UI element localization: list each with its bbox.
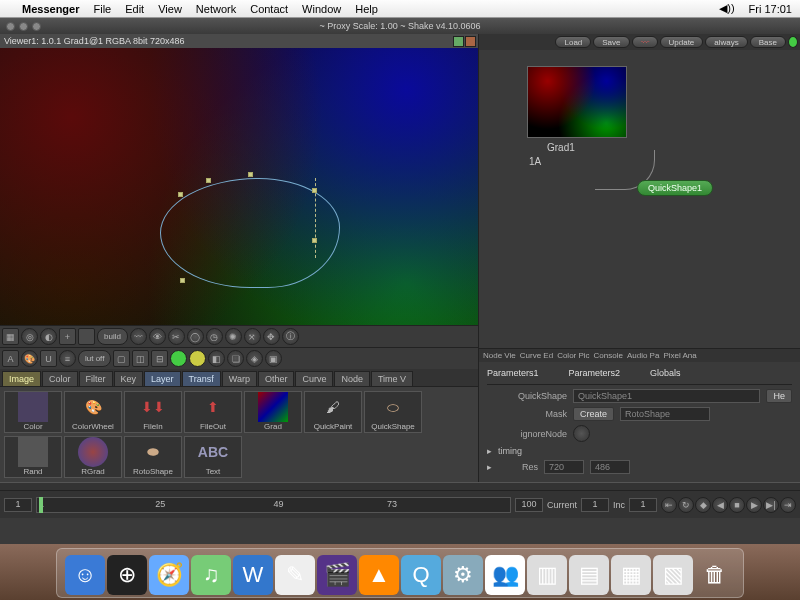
playhead[interactable] [39, 497, 43, 513]
palette-text[interactable]: ABCText [184, 436, 242, 478]
home-icon[interactable]: ⇤ [661, 497, 677, 513]
palette-rotoshape[interactable]: ⬬RotoShape [124, 436, 182, 478]
tab-other[interactable]: Other [258, 371, 295, 386]
tab-key[interactable]: Key [114, 371, 144, 386]
tab-console[interactable]: Console [594, 351, 623, 360]
control-point[interactable] [178, 192, 183, 197]
palette-rand[interactable]: Rand [4, 436, 62, 478]
palette-quickpaint[interactable]: 🖌QuickPaint [304, 391, 362, 433]
tab-parameters2[interactable]: Parameters2 [569, 368, 621, 378]
bounds-icon[interactable]: ▢ [113, 350, 130, 367]
ignorenode-toggle[interactable] [573, 425, 590, 442]
box-icon[interactable]: ▣ [265, 350, 282, 367]
zoom-icon[interactable] [32, 22, 41, 31]
layer-icon[interactable]: ◧ [208, 350, 225, 367]
doc1-icon[interactable]: ▥ [527, 555, 567, 595]
status-led-icon[interactable] [788, 36, 798, 48]
lut-off-button[interactable]: lut off [78, 350, 111, 367]
menu-help[interactable]: Help [355, 3, 378, 15]
doc3-icon[interactable]: ▦ [611, 555, 651, 595]
viewer-close-icon[interactable] [465, 36, 476, 47]
tab-audio[interactable]: Audio Pa [627, 351, 659, 360]
next-icon[interactable]: ▶| [763, 497, 779, 513]
messenger-icon[interactable]: 👥 [485, 555, 525, 595]
base-button[interactable]: Base [750, 36, 786, 48]
tab-curve[interactable]: Curve [295, 371, 333, 386]
viewer-canvas[interactable] [0, 48, 478, 325]
crop-icon[interactable]: ◫ [132, 350, 149, 367]
stop-icon[interactable]: ■ [729, 497, 745, 513]
trash-icon[interactable]: 🗑 [695, 555, 735, 595]
control-point[interactable] [206, 178, 211, 183]
menu-edit[interactable]: Edit [125, 3, 144, 15]
current-field[interactable]: 1 [581, 498, 609, 512]
green-dot-icon[interactable] [170, 350, 187, 367]
menu-contact[interactable]: Contact [250, 3, 288, 15]
quicktime-icon[interactable]: Q [401, 555, 441, 595]
menu-window[interactable]: Window [302, 3, 341, 15]
expand-icon[interactable]: ▸ [487, 462, 492, 472]
inc-field[interactable]: 1 [629, 498, 657, 512]
disk-icon[interactable]: ◈ [246, 350, 263, 367]
update-button[interactable]: Update [660, 36, 704, 48]
doc2-icon[interactable]: ▤ [569, 555, 609, 595]
tab-nodeview[interactable]: Node Vie [483, 351, 516, 360]
loop-icon[interactable]: ↻ [678, 497, 694, 513]
alpha-a-icon[interactable]: A [2, 350, 19, 367]
control-point[interactable] [180, 278, 185, 283]
warp-icon[interactable]: 〰 [130, 328, 147, 345]
menu-network[interactable]: Network [196, 3, 236, 15]
build-button[interactable]: build [97, 328, 128, 345]
tab-colorpic[interactable]: Color Pic [557, 351, 589, 360]
u-icon[interactable]: U [40, 350, 57, 367]
res-width-field[interactable]: 720 [544, 460, 584, 474]
timeline-track[interactable]: 1 25 49 73 [36, 497, 511, 513]
clock-icon[interactable]: ◷ [206, 328, 223, 345]
burst-icon[interactable]: ✺ [225, 328, 242, 345]
palette-quickshape[interactable]: ⬭QuickShape [364, 391, 422, 433]
volume-icon[interactable]: ◀)) [719, 2, 734, 15]
info-icon[interactable]: ⓘ [282, 328, 299, 345]
menu-file[interactable]: File [93, 3, 111, 15]
stack-icon[interactable]: ≡ [59, 350, 76, 367]
yellow-dot-icon[interactable] [189, 350, 206, 367]
res-height-field[interactable]: 486 [590, 460, 630, 474]
palette-color[interactable]: Color [4, 391, 62, 433]
tab-parameters1[interactable]: Parameters1 [487, 368, 539, 378]
tab-filter[interactable]: Filter [79, 371, 113, 386]
load-button[interactable]: Load [555, 36, 591, 48]
prefs-icon[interactable]: ⚙ [443, 555, 483, 595]
timeline-start-field[interactable]: 1 [4, 498, 32, 512]
divider[interactable] [0, 482, 800, 490]
expand-icon[interactable]: ▸ [487, 446, 492, 456]
key-icon[interactable]: ◆ [695, 497, 711, 513]
palette-rgrad[interactable]: RGrad [64, 436, 122, 478]
safari-icon[interactable]: 🧭 [149, 555, 189, 595]
viewer-collapse-icon[interactable] [453, 36, 464, 47]
prev-icon[interactable]: ◀ [712, 497, 728, 513]
pan-icon[interactable]: ✥ [263, 328, 280, 345]
palette-icon[interactable]: 🎨 [21, 350, 38, 367]
end-icon[interactable]: ⇥ [780, 497, 796, 513]
help-button[interactable]: He [766, 389, 792, 403]
control-point[interactable] [312, 188, 317, 193]
palette-colorwheel[interactable]: 🎨ColorWheel [64, 391, 122, 433]
close-icon[interactable] [6, 22, 15, 31]
play-icon[interactable]: ▶ [746, 497, 762, 513]
quickshape-node[interactable]: QuickShape1 [637, 180, 713, 196]
tab-curveed[interactable]: Curve Ed [520, 351, 553, 360]
imovie-icon[interactable]: 🎬 [317, 555, 357, 595]
blank-icon[interactable] [78, 328, 95, 345]
tab-globals[interactable]: Globals [650, 368, 681, 378]
itunes-icon[interactable]: ♫ [191, 555, 231, 595]
grid-icon[interactable]: ▦ [2, 328, 19, 345]
grad-node-label[interactable]: Grad1 [547, 142, 575, 153]
finder-icon[interactable]: ☺ [65, 555, 105, 595]
palette-fileout[interactable]: ⬆FileOut [184, 391, 242, 433]
shake-icon[interactable]: ✎ [275, 555, 315, 595]
minimize-icon[interactable] [19, 22, 28, 31]
always-button[interactable]: always [705, 36, 747, 48]
tab-warp[interactable]: Warp [222, 371, 257, 386]
menubar-app[interactable]: Messenger [22, 3, 79, 15]
tab-pixel[interactable]: Pixel Ana [663, 351, 696, 360]
